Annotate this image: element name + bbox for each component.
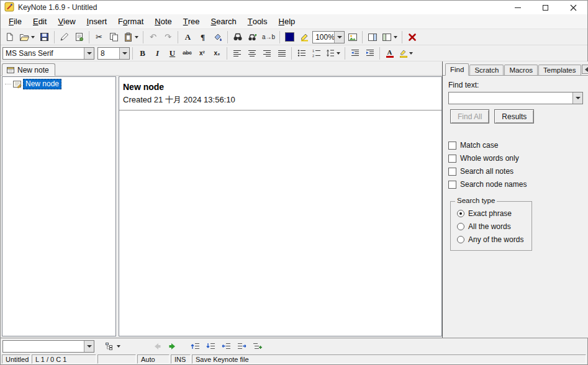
- move-node-left-button[interactable]: [219, 340, 233, 353]
- save-file-button[interactable]: [37, 30, 52, 44]
- tree-panel[interactable]: New node: [2, 76, 116, 336]
- subscript-button[interactable]: x₂: [210, 47, 224, 60]
- copy-button[interactable]: [107, 30, 121, 44]
- tab-find[interactable]: Find: [445, 63, 469, 76]
- close-button[interactable]: [559, 1, 587, 14]
- align-right-button[interactable]: [260, 47, 274, 60]
- bold-button[interactable]: B: [135, 47, 150, 60]
- resource-panel-button[interactable]: [365, 30, 379, 44]
- font-combo: MS Sans Serif: [2, 47, 94, 60]
- find-text-dropdown-button[interactable]: [572, 92, 582, 104]
- editor-created-line[interactable]: Created 21 十月 2024 13:56:10: [123, 94, 438, 106]
- open-file-button[interactable]: [17, 30, 37, 44]
- whole-words-checkbox[interactable]: Whole words only: [448, 154, 583, 163]
- highlight-color-button[interactable]: [397, 47, 415, 60]
- align-center-button[interactable]: [245, 47, 259, 60]
- italic-button[interactable]: I: [150, 47, 165, 60]
- font-size-dropdown-button[interactable]: [119, 48, 129, 59]
- menu-search[interactable]: Search: [206, 14, 242, 29]
- tree-panel-button[interactable]: [380, 30, 399, 44]
- font-size-combo: 8: [97, 47, 130, 60]
- search-node-names-checkbox[interactable]: Search node names: [448, 180, 583, 189]
- numbered-list-button[interactable]: 12: [309, 47, 323, 60]
- pilcrow-icon: ¶: [201, 33, 205, 41]
- search-type-radio[interactable]: Exact phrase: [457, 209, 527, 218]
- superscript-button[interactable]: x²: [195, 47, 209, 60]
- font-dialog-button[interactable]: A: [181, 30, 195, 44]
- find-next-button[interactable]: [245, 30, 260, 44]
- new-file-button[interactable]: [2, 30, 17, 44]
- line-spacing-button[interactable]: [324, 47, 342, 60]
- align-justify-button[interactable]: [274, 47, 289, 60]
- tab-scroll-left-button[interactable]: [582, 65, 588, 74]
- tab-macros[interactable]: Macros: [504, 65, 538, 75]
- undo-button[interactable]: ↶: [146, 30, 160, 44]
- match-case-checkbox[interactable]: Match case: [448, 141, 583, 150]
- search-all-notes-checkbox[interactable]: Search all notes: [448, 167, 583, 176]
- menu-file[interactable]: File: [3, 14, 27, 29]
- align-center-icon: [248, 49, 256, 57]
- redo-button[interactable]: ↷: [161, 30, 175, 44]
- history-back-button[interactable]: [150, 340, 164, 353]
- menu-edit[interactable]: Edit: [27, 14, 52, 29]
- new-child-node-button[interactable]: [250, 340, 265, 353]
- menu-help[interactable]: Help: [273, 14, 301, 29]
- editor-body[interactable]: [119, 110, 441, 336]
- images-toggle-button[interactable]: [345, 30, 360, 44]
- maximize-button[interactable]: [531, 1, 559, 14]
- menu-tree[interactable]: Tree: [178, 14, 206, 29]
- tab-scratch[interactable]: Scratch: [469, 65, 504, 75]
- font-size-value[interactable]: 8: [98, 49, 119, 58]
- dropdown-caret-icon: [135, 36, 138, 38]
- zoom-dropdown-button[interactable]: [334, 32, 344, 43]
- tree-display-button[interactable]: [103, 340, 122, 353]
- zoom-value[interactable]: 100%: [313, 33, 334, 42]
- menu-insert[interactable]: Insert: [81, 14, 113, 29]
- tab-templates[interactable]: Templates: [538, 65, 581, 75]
- background-color-button[interactable]: [210, 30, 225, 44]
- node-jump-dropdown-button[interactable]: [84, 341, 94, 352]
- note-tab-new-note[interactable]: New note: [2, 63, 55, 76]
- font-color-button[interactable]: A: [382, 47, 397, 60]
- menu-view[interactable]: View: [52, 14, 81, 29]
- whole-words-label: Whole words only: [460, 154, 519, 163]
- move-node-up-button[interactable]: [188, 340, 202, 353]
- menu-note[interactable]: Note: [149, 14, 177, 29]
- find-all-button[interactable]: Find All: [450, 109, 489, 124]
- find-button[interactable]: [230, 30, 245, 44]
- strikethrough-button[interactable]: abc: [180, 47, 194, 60]
- separator: [54, 31, 55, 43]
- font-dropdown-button[interactable]: [84, 48, 94, 59]
- search-type-radio[interactable]: Any of the words: [457, 235, 527, 244]
- editor-panel[interactable]: New node Created 21 十月 2024 13:56:10: [119, 76, 442, 336]
- editor-node-title[interactable]: New node: [123, 82, 438, 92]
- underline-button[interactable]: U: [165, 47, 179, 60]
- quit-button[interactable]: [405, 30, 419, 44]
- file-manager-button[interactable]: [57, 30, 71, 44]
- paragraph-dialog-button[interactable]: ¶: [196, 30, 210, 44]
- outdent-button[interactable]: [348, 47, 362, 60]
- results-button[interactable]: Results: [494, 109, 534, 124]
- file-properties-button[interactable]: [72, 30, 86, 44]
- tree-node-new-node[interactable]: New node: [5, 78, 115, 89]
- history-forward-button[interactable]: [165, 340, 179, 353]
- tab-macros-label: Macros: [509, 66, 533, 74]
- paste-button[interactable]: [122, 30, 140, 44]
- indent-button[interactable]: [363, 47, 377, 60]
- menu-tools[interactable]: Tools: [242, 14, 273, 29]
- move-node-down-button[interactable]: [204, 340, 218, 353]
- font-name-value[interactable]: MS Sans Serif: [3, 49, 84, 58]
- superscript-icon: x²: [199, 50, 205, 56]
- dropdown-caret-icon: [409, 52, 413, 55]
- bullet-list-button[interactable]: [294, 47, 309, 60]
- highlight-button[interactable]: [297, 30, 312, 44]
- move-node-right-button[interactable]: [235, 340, 249, 353]
- minimize-button[interactable]: [504, 1, 531, 14]
- numbered-list-icon: 12: [312, 49, 321, 57]
- search-type-radio[interactable]: All the words: [457, 222, 527, 231]
- replace-button[interactable]: a→b: [260, 30, 277, 44]
- color-swatch-button[interactable]: [283, 30, 297, 44]
- align-left-button[interactable]: [230, 47, 244, 60]
- menu-format[interactable]: Format: [112, 14, 149, 29]
- cut-button[interactable]: ✂: [92, 30, 106, 44]
